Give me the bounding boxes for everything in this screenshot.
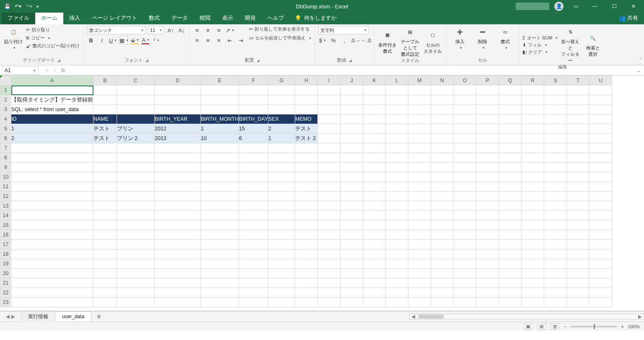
align-left-icon[interactable]: ≡ — [193, 36, 201, 44]
cell-B3[interactable] — [93, 105, 117, 114]
align-center-icon[interactable]: ≡ — [204, 36, 212, 44]
cell-R18[interactable] — [522, 249, 544, 259]
cell-S18[interactable] — [544, 249, 567, 259]
cell-R16[interactable] — [522, 230, 544, 240]
cell-C10[interactable] — [117, 172, 155, 182]
cell-O8[interactable] — [454, 153, 476, 163]
cell-A13[interactable] — [11, 201, 93, 211]
cell-G19[interactable] — [268, 259, 295, 269]
cell-R7[interactable] — [522, 143, 544, 153]
cell-K11[interactable] — [363, 182, 386, 192]
cell-A7[interactable] — [11, 143, 93, 153]
cell-G21[interactable] — [268, 278, 295, 288]
cell-F20[interactable] — [239, 269, 268, 278]
cell-G3[interactable] — [268, 105, 295, 114]
cell-A4[interactable]: ID — [11, 114, 93, 124]
cell-R8[interactable] — [522, 153, 544, 163]
cell-L1[interactable] — [386, 86, 408, 95]
cell-C14[interactable] — [117, 211, 155, 221]
cell-J1[interactable] — [340, 86, 363, 95]
cell-S11[interactable] — [544, 182, 567, 192]
sheet-tab-1[interactable]: 実行情報 — [21, 311, 55, 322]
cell-J21[interactable] — [340, 278, 363, 288]
cell-Q9[interactable] — [499, 163, 522, 172]
cell-O11[interactable] — [454, 182, 476, 192]
align-middle-icon[interactable]: ≡ — [204, 26, 212, 34]
cell-F16[interactable] — [239, 230, 268, 240]
cell-P7[interactable] — [476, 143, 499, 153]
tab-insert[interactable]: 挿入 — [63, 12, 86, 24]
cell-H5[interactable]: テスト — [295, 124, 318, 134]
cell-K13[interactable] — [363, 201, 386, 211]
cell-O12[interactable] — [454, 192, 476, 201]
cell-R5[interactable] — [522, 124, 544, 134]
decrease-decimal-icon[interactable]: ←.0 — [362, 36, 370, 44]
row-header-17[interactable]: 17 — [0, 240, 11, 249]
cell-J12[interactable] — [340, 192, 363, 201]
cell-M8[interactable] — [408, 153, 431, 163]
cell-H14[interactable] — [295, 211, 318, 221]
cell-E4[interactable]: BIRTH_MONTH — [201, 114, 239, 124]
cell-Q17[interactable] — [499, 240, 522, 249]
cell-L15[interactable] — [386, 221, 408, 230]
cell-T20[interactable] — [567, 269, 589, 278]
cell-L10[interactable] — [386, 172, 408, 182]
cell-E21[interactable] — [201, 278, 239, 288]
cell-R14[interactable] — [522, 211, 544, 221]
cell-R4[interactable] — [522, 114, 544, 124]
cell-E8[interactable] — [201, 153, 239, 163]
row-header-12[interactable]: 12 — [0, 192, 11, 201]
cell-T4[interactable] — [567, 114, 589, 124]
cell-P18[interactable] — [476, 249, 499, 259]
cell-A19[interactable] — [11, 259, 93, 269]
row-header-11[interactable]: 11 — [0, 182, 11, 192]
col-header-M[interactable]: M — [408, 76, 431, 86]
cell-A10[interactable] — [11, 172, 93, 182]
cell-L13[interactable] — [386, 201, 408, 211]
share-button[interactable]: 👥 共有 — [613, 12, 644, 24]
cell-J18[interactable] — [340, 249, 363, 259]
underline-button[interactable]: U▾ — [109, 36, 117, 44]
cell-D9[interactable] — [155, 163, 201, 172]
cell-J14[interactable] — [340, 211, 363, 221]
cell-L12[interactable] — [386, 192, 408, 201]
cell-M13[interactable] — [408, 201, 431, 211]
cell-U8[interactable] — [589, 153, 612, 163]
cell-K4[interactable] — [363, 114, 386, 124]
cell-C7[interactable] — [117, 143, 155, 153]
cell-styles-button[interactable]: ▢セルの スタイル — [423, 29, 443, 55]
sheet-tab-2[interactable]: user_data — [55, 311, 91, 322]
cell-P2[interactable] — [476, 95, 499, 105]
cell-F3[interactable] — [239, 105, 268, 114]
col-header-B[interactable]: B — [93, 76, 117, 86]
cell-T2[interactable] — [567, 95, 589, 105]
cell-Q5[interactable] — [499, 124, 522, 134]
cell-T7[interactable] — [567, 143, 589, 153]
cell-N17[interactable] — [431, 240, 454, 249]
cell-C22[interactable] — [117, 288, 155, 298]
cell-H20[interactable] — [295, 269, 318, 278]
cell-C5[interactable]: プリン — [117, 124, 155, 134]
cell-G2[interactable] — [268, 95, 295, 105]
cell-M19[interactable] — [408, 259, 431, 269]
cell-N20[interactable] — [431, 269, 454, 278]
row-header-22[interactable]: 22 — [0, 288, 11, 298]
col-header-O[interactable]: O — [454, 76, 476, 86]
cell-E17[interactable] — [201, 240, 239, 249]
enter-formula-icon[interactable]: ✓ — [53, 67, 57, 73]
cell-I4[interactable] — [318, 114, 340, 124]
cell-K5[interactable] — [363, 124, 386, 134]
cell-Q10[interactable] — [499, 172, 522, 182]
cell-B14[interactable] — [93, 211, 117, 221]
cell-L7[interactable] — [386, 143, 408, 153]
cell-C12[interactable] — [117, 192, 155, 201]
cell-K15[interactable] — [363, 221, 386, 230]
delete-cells-button[interactable]: ➖削除▾ — [473, 26, 493, 50]
col-header-U[interactable]: U — [589, 76, 612, 86]
col-header-F[interactable]: F — [239, 76, 268, 86]
cell-J9[interactable] — [340, 163, 363, 172]
cell-O10[interactable] — [454, 172, 476, 182]
cell-I13[interactable] — [318, 201, 340, 211]
cell-S15[interactable] — [544, 221, 567, 230]
cell-H9[interactable] — [295, 163, 318, 172]
